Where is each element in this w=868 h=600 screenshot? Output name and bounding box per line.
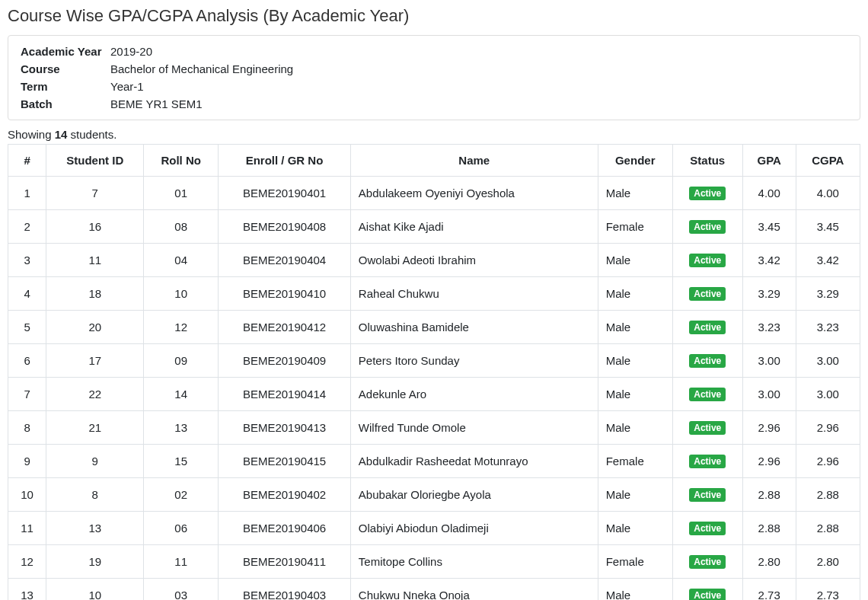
cell-student-id: 20: [46, 311, 144, 344]
cell-index: 3: [8, 244, 46, 277]
cell-index: 2: [8, 210, 46, 244]
cell-name: Abdulkadir Rasheedat Motunrayo: [350, 445, 598, 478]
cell-roll-no: 04: [144, 244, 219, 277]
count-suffix: students.: [67, 128, 116, 141]
cell-student-id: 11: [46, 244, 144, 277]
cell-gpa: 2.88: [742, 478, 796, 512]
cell-gender: Male: [598, 378, 672, 411]
cell-name: Oluwashina Bamidele: [350, 311, 598, 344]
cell-status: Active: [672, 579, 742, 601]
cell-cgpa: 2.80: [796, 545, 860, 579]
cell-name: Abubakar Oloriegbe Ayola: [350, 478, 598, 512]
term-label: Term: [21, 80, 110, 93]
status-badge: Active: [689, 354, 726, 368]
cell-name: Raheal Chukwu: [350, 277, 598, 311]
cell-roll-no: 03: [144, 579, 219, 601]
cell-index: 11: [8, 512, 46, 545]
batch-label: Batch: [21, 97, 110, 110]
cell-status: Active: [672, 378, 742, 411]
cell-gpa: 3.29: [742, 277, 796, 311]
cell-student-id: 21: [46, 411, 144, 445]
table-row: 72214BEME20190414Adekunle AroMaleActive3…: [8, 378, 860, 411]
cell-cgpa: 4.00: [796, 177, 860, 210]
status-badge: Active: [689, 321, 726, 334]
cell-gpa: 2.96: [742, 411, 796, 445]
cell-index: 6: [8, 344, 46, 378]
cell-index: 12: [8, 545, 46, 579]
cell-enroll: BEME20190402: [219, 478, 351, 512]
cell-status: Active: [672, 210, 742, 244]
cell-gpa: 2.73: [742, 579, 796, 601]
cell-gpa: 3.00: [742, 378, 796, 411]
table-row: 121911BEME20190411Temitope CollinsFemale…: [8, 545, 860, 579]
table-row: 9915BEME20190415Abdulkadir Rasheedat Mot…: [8, 445, 860, 478]
cell-status: Active: [672, 411, 742, 445]
course-value: Bachelor of Mechanical Engineering: [110, 62, 293, 75]
status-badge: Active: [689, 589, 726, 600]
cell-status: Active: [672, 545, 742, 579]
cell-enroll: BEME20190410: [219, 277, 351, 311]
col-cgpa: CGPA: [796, 145, 860, 177]
students-table: # Student ID Roll No Enroll / GR No Name…: [8, 144, 860, 600]
col-name: Name: [350, 145, 598, 177]
col-index: #: [8, 145, 46, 177]
cell-status: Active: [672, 311, 742, 344]
cell-index: 8: [8, 411, 46, 445]
cell-cgpa: 3.00: [796, 378, 860, 411]
cell-roll-no: 12: [144, 311, 219, 344]
cell-student-id: 22: [46, 378, 144, 411]
cell-index: 9: [8, 445, 46, 478]
cell-gpa: 2.88: [742, 512, 796, 545]
col-enroll: Enroll / GR No: [219, 145, 351, 177]
cell-status: Active: [672, 344, 742, 378]
cell-roll-no: 02: [144, 478, 219, 512]
table-row: 52012BEME20190412Oluwashina BamideleMale…: [8, 311, 860, 344]
cell-cgpa: 2.88: [796, 512, 860, 545]
cell-gender: Male: [598, 244, 672, 277]
cell-index: 1: [8, 177, 46, 210]
cell-student-id: 16: [46, 210, 144, 244]
table-row: 61709BEME20190409Peters Itoro SundayMale…: [8, 344, 860, 378]
cell-cgpa: 2.96: [796, 445, 860, 478]
cell-student-id: 8: [46, 478, 144, 512]
cell-student-id: 10: [46, 579, 144, 601]
cell-cgpa: 3.23: [796, 311, 860, 344]
cell-cgpa: 3.29: [796, 277, 860, 311]
cell-roll-no: 08: [144, 210, 219, 244]
table-row: 10802BEME20190402Abubakar Oloriegbe Ayol…: [8, 478, 860, 512]
cell-index: 4: [8, 277, 46, 311]
cell-cgpa: 2.96: [796, 411, 860, 445]
cell-cgpa: 3.45: [796, 210, 860, 244]
cell-gender: Female: [598, 445, 672, 478]
cell-gender: Male: [598, 311, 672, 344]
cell-student-id: 13: [46, 512, 144, 545]
status-badge: Active: [689, 187, 726, 200]
cell-gender: Male: [598, 579, 672, 601]
cell-roll-no: 13: [144, 411, 219, 445]
cell-status: Active: [672, 478, 742, 512]
cell-name: Abdulakeem Oyeniyi Oyeshola: [350, 177, 598, 210]
cell-index: 5: [8, 311, 46, 344]
cell-student-id: 7: [46, 177, 144, 210]
table-row: 41810BEME20190410Raheal ChukwuMaleActive…: [8, 277, 860, 311]
cell-gender: Male: [598, 277, 672, 311]
cell-index: 7: [8, 378, 46, 411]
cell-student-id: 19: [46, 545, 144, 579]
cell-enroll: BEME20190411: [219, 545, 351, 579]
cell-gender: Female: [598, 545, 672, 579]
cell-gender: Male: [598, 478, 672, 512]
cell-index: 13: [8, 579, 46, 601]
cell-gender: Male: [598, 344, 672, 378]
cell-enroll: BEME20190409: [219, 344, 351, 378]
result-count: Showing 14 students.: [6, 128, 862, 141]
count-prefix: Showing: [8, 128, 55, 141]
status-badge: Active: [689, 388, 726, 401]
cell-student-id: 9: [46, 445, 144, 478]
cell-enroll: BEME20190414: [219, 378, 351, 411]
status-badge: Active: [689, 455, 726, 468]
cell-name: Adekunle Aro: [350, 378, 598, 411]
cell-enroll: BEME20190406: [219, 512, 351, 545]
cell-gpa: 2.96: [742, 445, 796, 478]
info-row-academic-year: Academic Year 2019-20: [21, 45, 847, 58]
cell-roll-no: 09: [144, 344, 219, 378]
